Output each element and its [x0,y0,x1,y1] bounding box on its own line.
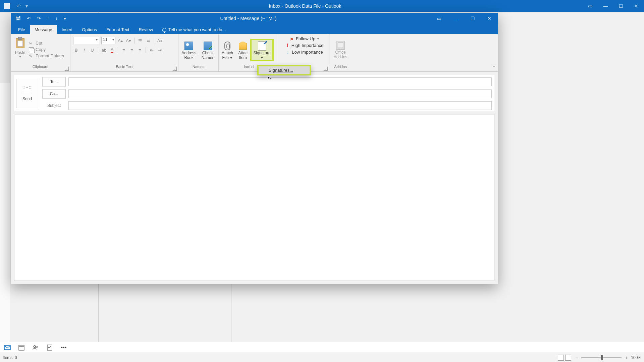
format-painter-icon [29,54,34,58]
view-normal-icon[interactable] [558,355,564,361]
tell-me-label: Tell me what you want to do... [168,27,226,32]
grow-font-icon[interactable]: A▴ [117,38,123,44]
align-left-icon[interactable]: ≡ [121,47,127,53]
collapse-ribbon-icon[interactable]: ˄ [493,65,495,70]
close-button[interactable]: ✕ [481,13,498,24]
main-titlebar: ↶ ▾ Inbox - Outlook Data File - Outlook … [0,0,644,12]
ribbon: Paste ▼ Cut Copy Format Painter [11,34,498,72]
ribbon-tabs: File Message Insert Options Format Text … [11,24,498,34]
font-name-combo[interactable] [73,37,99,44]
group-label-names: Names [178,65,218,71]
subject-field[interactable] [68,101,492,110]
align-center-icon[interactable]: ≡ [129,47,135,53]
qat-customize-icon[interactable]: ▾ [25,3,28,9]
tell-me-search[interactable]: Tell me what you want to do... [162,27,226,34]
follow-up-button[interactable]: Follow Up ▾ [290,36,319,41]
address-book-button[interactable]: Address Book [180,40,198,60]
envelope-icon [23,86,32,95]
paste-icon [16,38,24,48]
attach-file-button[interactable]: Attach File ▼ [219,40,235,60]
office-addins-button[interactable]: Office Add-ins [331,40,350,60]
redo-icon[interactable]: ↷ [37,16,41,21]
zoom-slider[interactable] [581,357,622,358]
folder-pane-collapsed[interactable] [0,12,10,353]
ribbon-group-addins: Office Add-ins Add-ins [329,34,352,71]
font-color-icon[interactable]: A [109,47,115,53]
undo-icon[interactable]: ↶ [27,16,31,21]
zoom-percent: 100% [631,355,641,360]
bullets-icon[interactable]: ☰ [137,38,143,44]
svg-rect-5 [47,345,52,350]
align-right-icon[interactable]: ≡ [137,47,143,53]
high-importance-button[interactable]: High Importance [285,43,323,48]
tab-format-text[interactable]: Format Text [102,25,134,34]
mail-icon[interactable] [4,344,11,351]
next-item-icon[interactable]: ↓ [55,16,58,21]
chevron-down-icon: ▼ [229,56,232,60]
statusbar-items-count: Items: 0 [3,355,17,360]
tab-review[interactable]: Review [134,25,158,34]
message-body[interactable] [14,115,494,281]
maximize-button[interactable]: ☐ [613,0,629,12]
font-size-combo[interactable]: 11 [101,37,115,44]
subject-label: Subject [42,103,66,108]
tags-dialog-launcher[interactable] [324,67,328,71]
low-importance-icon [286,49,290,55]
signature-button[interactable]: Signature ▼ [250,39,274,61]
chevron-down-icon: ▼ [261,56,264,60]
zoom-out-button[interactable]: − [575,355,578,360]
cc-button[interactable]: Cc... [42,89,66,99]
signature-dropdown-menu: Signatures... [257,65,311,75]
bold-icon[interactable]: B [73,47,79,53]
clear-formatting-icon[interactable]: Aⅹ [157,38,163,44]
zoom-in-button[interactable]: + [625,355,628,360]
tasks-icon[interactable] [46,344,53,351]
attach-item-icon [239,43,247,50]
tab-message[interactable]: Message [30,25,57,34]
people-icon[interactable] [32,344,39,351]
close-button[interactable]: ✕ [629,0,644,12]
ribbon-display-options-icon[interactable]: ▭ [582,0,598,12]
basic-text-dialog-launcher[interactable] [173,67,177,71]
copy-button[interactable]: Copy [29,47,64,52]
undo-icon[interactable]: ↶ [17,3,21,9]
tab-options[interactable]: Options [77,25,102,34]
maximize-button[interactable]: ☐ [464,13,481,24]
decrease-indent-icon[interactable]: ⇤ [149,47,155,53]
save-icon[interactable] [15,15,21,22]
to-field[interactable] [68,77,492,86]
format-painter-button[interactable]: Format Painter [29,53,64,58]
paste-button[interactable]: Paste ▼ [13,37,28,62]
address-book-icon [184,42,193,50]
increase-indent-icon[interactable]: ⇥ [157,47,163,53]
paste-dropdown-icon[interactable]: ▼ [19,55,22,58]
statusbar: Items: 0 − + 100% [0,353,644,362]
low-importance-button[interactable]: Low Importance [286,49,323,55]
to-button[interactable]: To... [42,77,66,86]
attach-item-button[interactable]: Attac Item [235,40,250,60]
check-names-icon [204,42,212,50]
svg-point-4 [36,346,38,348]
tab-insert[interactable]: Insert [57,25,77,34]
qat-customize-icon[interactable]: ▾ [64,16,66,21]
italic-icon[interactable]: I [81,47,87,53]
text-highlight-icon[interactable]: ab [101,47,107,53]
check-names-button[interactable]: Check Names [199,40,217,60]
cc-field[interactable] [68,89,492,98]
clipboard-dialog-launcher[interactable] [65,67,69,71]
ribbon-display-options-icon[interactable]: ▭ [431,13,447,24]
calendar-icon[interactable] [18,344,25,351]
view-reading-icon[interactable] [565,355,571,361]
cut-button[interactable]: Cut [29,41,64,46]
send-button[interactable]: Send [16,79,38,108]
underline-icon[interactable]: U [89,47,95,53]
minimize-button[interactable]: — [598,0,613,12]
ribbon-group-clipboard: Paste ▼ Cut Copy Format Painter [11,34,70,71]
shrink-font-icon[interactable]: A▾ [125,38,131,44]
signatures-menu-item[interactable]: Signatures... [259,66,310,74]
tab-file[interactable]: File [13,25,30,34]
previous-item-icon[interactable]: ↑ [47,16,49,21]
nav-more-icon[interactable]: ••• [60,344,67,351]
numbering-icon[interactable]: ≣ [145,38,151,44]
minimize-button[interactable]: — [447,13,464,24]
